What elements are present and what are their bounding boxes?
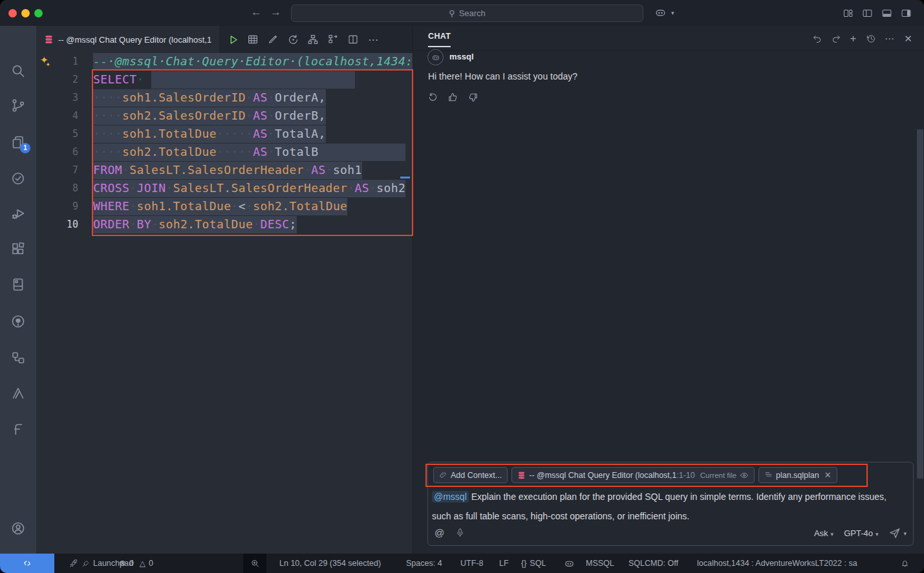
toggle-secondary-sidebar-button[interactable]	[901, 8, 912, 19]
status-bar: Launchpad ⊗0 △0 Ln 10, Col 29 (354 selec…	[0, 554, 924, 573]
cursor-position-item[interactable]: Ln 10, Col 29 (354 selected)	[279, 554, 381, 573]
editor-context-chip[interactable]: -- @mssql Chat Query Editor (localhost,1…	[511, 467, 755, 483]
sidebar-item-run-debug[interactable]	[10, 206, 26, 221]
tab-chat[interactable]: CHAT	[428, 32, 451, 41]
language-item[interactable]: {}SQL	[521, 554, 546, 573]
zoom-status-item[interactable]	[243, 554, 266, 573]
message-actions	[427, 92, 478, 103]
editor-tab-title: -- @mssql Chat Query Editor (localhost,1	[58, 35, 211, 45]
database-icon	[44, 34, 54, 45]
sqlcmd-item[interactable]: SQLCMD: Off	[629, 554, 678, 573]
sidebar-item-github[interactable]	[10, 314, 26, 329]
notifications-bell[interactable]	[900, 554, 910, 573]
minimize-window-button[interactable]	[21, 9, 30, 17]
copilot-icon	[564, 558, 575, 569]
toggle-panel-button[interactable]	[881, 8, 892, 19]
sidebar-item-fabric[interactable]	[10, 422, 26, 437]
search-icon: ⚲	[449, 8, 455, 18]
model-selector[interactable]: GPT-4o▾	[844, 528, 878, 538]
search-input[interactable]: ⚲ Search	[291, 5, 643, 22]
line-number: 2	[36, 70, 78, 89]
line-number: 8	[36, 179, 78, 197]
errors-icon: ⊗	[119, 554, 126, 573]
history-button[interactable]	[865, 33, 876, 44]
undo-button[interactable]	[811, 33, 822, 44]
new-chat-button[interactable]: +	[848, 33, 859, 44]
notebook-icon	[10, 277, 26, 292]
copilot-menu-button[interactable]: ▾	[654, 6, 674, 19]
more-chat-button[interactable]: ⋯	[884, 33, 895, 44]
source-control-icon	[10, 98, 26, 113]
chat-input-text[interactable]: @mssql Explain the execution plan for th…	[432, 487, 908, 526]
sidebar-item-copilot-edits[interactable]: 1	[10, 135, 26, 150]
thumbs-up-button[interactable]	[447, 92, 458, 103]
editor-tab[interactable]: -- @mssql Chat Query Editor (localhost,1	[36, 26, 219, 53]
mention-button[interactable]: @	[435, 527, 444, 538]
estimated-plan-button[interactable]	[306, 32, 320, 47]
copilot-status-item[interactable]	[564, 554, 575, 573]
file-lines-icon	[764, 471, 773, 479]
sidebar-item-search[interactable]	[10, 63, 26, 79]
close-window-button[interactable]	[8, 9, 17, 17]
selection-highlight	[151, 71, 355, 89]
code-line: 2SELECT·	[36, 70, 413, 89]
database-icon	[517, 471, 526, 480]
sidebar-item-query-check[interactable]	[10, 171, 26, 186]
message-text: Hi there! How can I assist you today?	[428, 71, 577, 81]
connection-item[interactable]: localhost,1434 : AdventureWorksLT2022 : …	[697, 554, 857, 573]
code-area[interactable]: 1--·@mssql·Chat·Query·Editor·(localhost,…	[36, 52, 413, 241]
sidebar-item-source-control[interactable]	[10, 98, 26, 113]
extensions-icon	[10, 241, 26, 257]
redo-button[interactable]	[830, 33, 841, 44]
sidebar-item-azure[interactable]	[10, 385, 26, 401]
regenerate-button[interactable]	[427, 92, 438, 103]
maximize-window-button[interactable]	[34, 9, 43, 17]
sidebar-item-extensions[interactable]	[10, 241, 26, 257]
enable-actual-plan-button[interactable]	[326, 32, 340, 47]
title-bar: ← → ⚲ Search ▾	[0, 0, 924, 26]
code-line: 8CROSS·JOIN·SalesLT.SalesOrderHeader·AS·…	[36, 179, 413, 197]
back-icon[interactable]: ←	[251, 6, 262, 19]
change-connection-button[interactable]	[286, 32, 300, 47]
context-chip-row: Add Context... -- @mssql Chat Query Edit…	[433, 467, 837, 483]
remove-chip-icon[interactable]: ✕	[824, 470, 832, 480]
problems-item[interactable]: ⊗0 △0	[119, 554, 153, 573]
forward-icon[interactable]: →	[270, 6, 281, 19]
edit-connection-button[interactable]	[266, 32, 280, 47]
encoding-item[interactable]: UTF-8	[460, 554, 483, 573]
line-number: 7	[36, 161, 78, 179]
line-number: 9	[36, 197, 78, 215]
plan-file-chip[interactable]: plan.sqlplan ✕	[758, 467, 837, 483]
close-chat-button[interactable]: ✕	[903, 33, 914, 44]
query-toolbar: ⋯	[219, 26, 380, 53]
azure-icon	[10, 385, 26, 401]
results-grid-button[interactable]	[246, 32, 260, 47]
mssql-item[interactable]: MSSQL	[586, 554, 614, 573]
remote-indicator[interactable]	[0, 554, 54, 573]
customize-layout-button[interactable]	[843, 8, 854, 19]
eol-item[interactable]: LF	[499, 554, 509, 573]
chat-scrollbar[interactable]	[917, 129, 923, 479]
more-actions-button[interactable]: ⋯	[366, 32, 380, 47]
mode-selector[interactable]: Ask▾	[814, 528, 833, 538]
run-debug-icon	[10, 206, 26, 221]
check-circle-icon	[10, 171, 26, 186]
thumbs-down-button[interactable]	[467, 92, 478, 103]
microphone-icon[interactable]	[455, 527, 465, 538]
sidebar-item-database-projects[interactable]	[10, 277, 26, 292]
paperclip-icon	[439, 471, 447, 479]
code-line: 9WHERE·soh1.TotalDue·<·soh2.TotalDue	[36, 197, 413, 215]
indentation-item[interactable]: Spaces: 4	[406, 554, 442, 573]
account-button[interactable]	[10, 521, 26, 536]
chat-input-container[interactable]: Add Context... -- @mssql Chat Query Edit…	[427, 462, 914, 546]
code-line: 1--·@mssql·Chat·Query·Editor·(localhost,…	[36, 52, 413, 70]
code-line: 4····soh2.SalesOrderID·AS·OrderB,	[36, 107, 413, 125]
code-line: 7FROM·SalesLT.SalesOrderHeader·AS·soh1	[36, 161, 413, 179]
send-button[interactable]: ▾	[888, 527, 907, 539]
github-icon	[10, 314, 26, 329]
run-query-button[interactable]	[226, 32, 240, 47]
add-context-chip[interactable]: Add Context...	[433, 467, 508, 483]
toggle-sidebar-button[interactable]	[862, 8, 873, 19]
sidebar-item-connections[interactable]	[10, 350, 26, 365]
split-editor-button[interactable]	[346, 32, 360, 47]
